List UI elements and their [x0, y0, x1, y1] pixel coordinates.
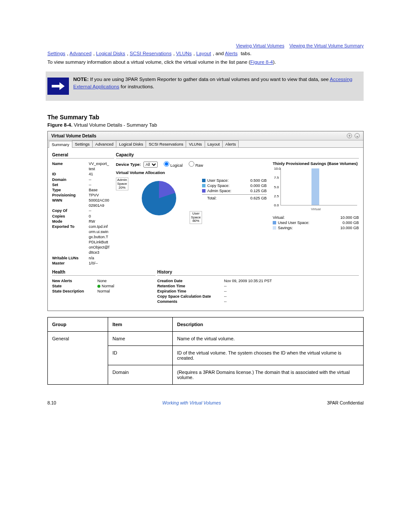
y-tick: 10.0 [274, 167, 281, 171]
th-group: Group [48, 317, 108, 331]
note-title: NOTE: [73, 77, 89, 82]
history-title: History [157, 268, 359, 276]
link-scsi-reservations[interactable]: SCSI Reservations [130, 51, 171, 56]
section-title: The Summary Tab [47, 114, 364, 121]
kv-row: ModeRW [52, 219, 114, 224]
intro-tail: tabs. [241, 51, 252, 56]
header-link-1[interactable]: Viewing Virtual Volumes [236, 43, 284, 48]
pie-chart: Admin Space 20% User Space 80% [116, 177, 202, 228]
footer-page-num: 8.10 [47, 400, 56, 405]
kv-row: Copies0 [52, 214, 114, 219]
legend-total: Total:0.625 GB [202, 194, 267, 200]
vva-title: Virtual Volume Allocation [116, 170, 267, 175]
y-tick: 0.0 [274, 203, 279, 207]
kv-row: New AlertsNone [52, 278, 156, 283]
kv-row: TypeBase [52, 187, 114, 193]
y-tick: 7.5 [274, 176, 279, 180]
tp-legend: Virtual:10.000 GBUsed User Space:0.000 G… [273, 215, 359, 230]
kv-row: Copy Space Calculation Date-- [157, 294, 359, 299]
kv-row: Creation DateNov 09, 2009 10:35:21 PST [157, 278, 359, 283]
table-row: GeneralNameName of the virtual volume. [48, 331, 364, 345]
th-description: Description [173, 317, 364, 331]
capacity-title: Capacity [116, 151, 359, 159]
link-vluns[interactable]: VLUNs [176, 51, 192, 56]
tab-settings[interactable]: Settings [72, 140, 93, 147]
general-title: General [52, 151, 114, 159]
note-text-b: for instructions. [119, 84, 154, 89]
note-block: NOTE: If you are using 3PAR System Repor… [46, 72, 364, 101]
tp-legend-row: Savings:10.000 GB [273, 226, 359, 230]
kv-row: Master1/0/-- [52, 261, 114, 266]
tabs-row: Summary Settings Advanced Logical Disks … [48, 140, 363, 148]
kv-row: ProvisioningTPVV [52, 193, 114, 198]
titlebar-collapse-icon[interactable]: ⌄ [355, 133, 360, 138]
kv-row: Comments-- [157, 299, 359, 304]
link-settings[interactable]: Settings [47, 51, 65, 56]
kv-row: StateNormal [52, 283, 156, 289]
footer-confidential: 3PAR Confidential [327, 400, 364, 405]
legend-row: Copy Space:0.000 GB [202, 184, 267, 188]
legend-row: Admin Space:0.125 GB [202, 189, 267, 193]
device-type-label: Device Type: [116, 162, 141, 167]
tab-summary[interactable]: Summary [49, 141, 72, 148]
kv-row: NameVV_export_test [52, 161, 114, 171]
page-header: Viewing Virtual Volumes Viewing the Virt… [47, 43, 364, 48]
radio-logical[interactable]: Logical [164, 161, 183, 168]
tab-logical-disks[interactable]: Logical Disks [116, 140, 146, 147]
pie-label-admin: Admin Space 20% [116, 177, 128, 190]
bar-xlabel: Virtual [273, 207, 359, 211]
tp-legend-row: Virtual:10.000 GB [273, 215, 359, 220]
panel-title: Virtual Volume Details [51, 134, 97, 138]
status-dot-icon [97, 285, 100, 288]
note-text-a: If you are using 3PAR System Reporter to… [89, 77, 330, 82]
page-footer: 8.10 Working with Virtual Volumes 3PAR C… [47, 400, 364, 405]
kv-row: Domain-- [52, 177, 114, 182]
description-table: Group Item Description GeneralNameName o… [47, 317, 364, 385]
th-item: Item [108, 317, 173, 331]
kv-row: Expiration Time-- [157, 289, 359, 294]
link-layout[interactable]: Layout [196, 51, 211, 56]
link-alerts[interactable]: Alerts [225, 51, 237, 56]
kv-row: WWN50002AC0002901A9 [52, 198, 114, 208]
intro-links: Settings, Advanced, Logical Disks, SCSI … [47, 51, 364, 56]
kv-row: Writable LUNsn/a [52, 255, 114, 261]
tp-title: Thinly Provisioned Savings (Base Volumes… [273, 161, 359, 166]
health-title: Health [52, 268, 156, 276]
kv-row: Retention Time-- [157, 283, 359, 289]
figure-ref-link[interactable]: Figure 8-4 [250, 59, 273, 65]
tab-alerts[interactable]: Alerts [222, 140, 239, 147]
vv-details-panel: Virtual Volume Details ? ⌄ Summary Setti… [47, 131, 364, 311]
kv-row: Exported Tocom.tpd.inform.ui.swingx.butt… [52, 224, 114, 255]
titlebar-help-icon[interactable]: ? [347, 133, 352, 138]
legend-row: User Space:0.500 GB [202, 178, 267, 183]
y-tick: 5.0 [274, 185, 279, 189]
device-type-select[interactable]: All [143, 162, 158, 168]
footer-chapter: Working with Virtual Volumes [162, 400, 221, 405]
tp-legend-row: Used User Space:0.000 GB [273, 221, 359, 225]
note-arrow-icon [47, 78, 69, 95]
bar-chart: 10.07.55.02.50.0 [280, 168, 357, 205]
pie-legend: User Space:0.500 GBCopy Space:0.000 GBAd… [202, 177, 267, 228]
kv-row: State DescriptionNormal [52, 289, 156, 294]
link-logical-disks[interactable]: Logical Disks [96, 51, 125, 56]
pie-label-user: User Space 80% [190, 211, 202, 224]
body-text-1: To view summary information about a virt… [47, 59, 364, 65]
tab-advanced[interactable]: Advanced [92, 140, 116, 147]
header-link-2[interactable]: Viewing the Virtual Volume Summary [290, 43, 364, 48]
tab-vluns[interactable]: VLUNs [186, 140, 205, 147]
kv-row: ID41 [52, 171, 114, 177]
tab-layout[interactable]: Layout [205, 140, 223, 147]
radio-raw[interactable]: Raw [189, 161, 203, 168]
y-tick: 2.5 [274, 194, 279, 198]
kv-row: Copy Of-- [52, 208, 114, 213]
figure-caption: Figure 8-4. Virtual Volume Details - Sum… [47, 122, 364, 128]
tab-scsi-reservations[interactable]: SCSI Reservations [146, 140, 186, 147]
link-advanced[interactable]: Advanced [69, 51, 91, 56]
kv-row: Set-- [52, 182, 114, 187]
